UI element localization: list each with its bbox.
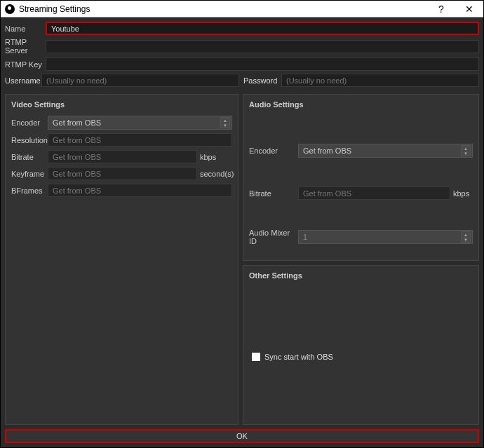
sync-checkbox[interactable] [252, 353, 260, 361]
audio-mixer-value: 1 [303, 233, 307, 241]
audio-encoder-label: Encoder [249, 147, 298, 155]
audio-mixer-label: Audio Mixer ID [249, 229, 298, 245]
close-button[interactable]: ✕ [455, 1, 483, 18]
audio-encoder-value: Get from OBS [303, 147, 351, 155]
password-input[interactable] [281, 74, 479, 87]
app-icon [5, 4, 15, 14]
audio-mixer-input[interactable]: 1 ▲▼ [298, 230, 473, 244]
video-bitrate-label: Bitrate [11, 153, 48, 161]
video-settings-group: Video Settings Encoder Get from OBS ▲▼ R… [5, 94, 238, 425]
video-keyframe-suffix: second(s) [200, 170, 232, 178]
video-encoder-combo[interactable]: Get from OBS ▲▼ [48, 116, 232, 130]
username-input[interactable] [41, 74, 239, 87]
spinner-icon[interactable]: ▲▼ [220, 117, 230, 128]
audio-settings-group: Audio Settings Encoder Get from OBS ▲▼ B… [243, 94, 479, 261]
window-title: Streaming Settings [19, 4, 427, 14]
other-settings-group: Other Settings Sync start with OBS [243, 265, 479, 425]
video-settings-title: Video Settings [11, 100, 232, 109]
video-bitrate-suffix: kbps [200, 153, 232, 161]
audio-bitrate-input[interactable] [298, 186, 450, 200]
password-label: Password [243, 76, 281, 85]
titlebar: Streaming Settings ? ✕ [1, 1, 483, 18]
username-label: Username [5, 76, 41, 85]
other-settings-title: Other Settings [249, 271, 473, 280]
video-bitrate-input[interactable] [48, 150, 197, 163]
video-bframes-input[interactable] [48, 184, 232, 197]
video-bframes-label: BFrames [11, 186, 48, 195]
video-keyframe-input[interactable] [48, 167, 197, 180]
video-resolution-label: Resolution [11, 136, 48, 144]
ok-button[interactable]: OK [5, 429, 479, 443]
rtmp-key-label: RTMP Key [5, 60, 46, 69]
audio-bitrate-suffix: kbps [453, 189, 473, 198]
sync-label: Sync start with OBS [264, 353, 333, 361]
audio-encoder-combo[interactable]: Get from OBS ▲▼ [298, 144, 473, 158]
audio-settings-title: Audio Settings [249, 100, 473, 109]
video-encoder-value: Get from OBS [53, 118, 101, 127]
name-label: Name [5, 25, 46, 33]
spinner-icon[interactable]: ▲▼ [461, 231, 471, 243]
rtmp-server-label: RTMP Server [5, 38, 46, 55]
help-button[interactable]: ? [427, 1, 455, 18]
audio-bitrate-label: Bitrate [249, 189, 298, 198]
video-keyframe-label: Keyframe [11, 170, 48, 178]
rtmp-key-input[interactable] [46, 57, 479, 71]
video-resolution-input[interactable] [48, 133, 232, 147]
video-encoder-label: Encoder [11, 118, 48, 127]
spinner-icon[interactable]: ▲▼ [461, 145, 471, 156]
name-input[interactable] [46, 22, 479, 35]
rtmp-server-input[interactable] [46, 40, 479, 53]
